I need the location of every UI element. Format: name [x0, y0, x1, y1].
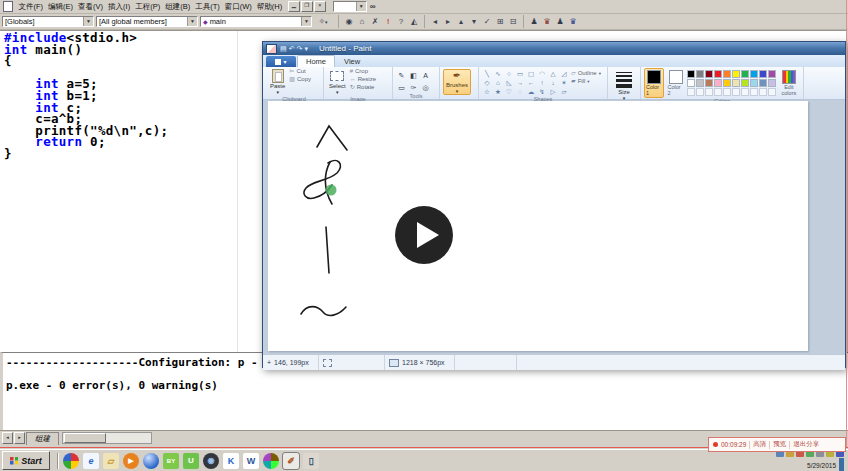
palette-color-r1-6[interactable]: [741, 70, 749, 78]
shape-hexagon[interactable]: ◺: [504, 79, 514, 87]
palette-color-r2-1[interactable]: [696, 79, 704, 87]
start-button[interactable]: Start: [2, 451, 50, 470]
mdi-minimize-icon[interactable]: ▁: [288, 1, 300, 12]
shape-up-arrow[interactable]: ↑: [537, 79, 547, 87]
shape-four-point-star[interactable]: ✶: [559, 79, 569, 87]
eraser-icon[interactable]: ▭: [396, 82, 407, 93]
shape-polygon[interactable]: ◠: [537, 70, 547, 78]
shape-oval[interactable]: ○: [504, 70, 514, 78]
shape-right-arrow[interactable]: →: [515, 79, 525, 87]
globe-icon[interactable]: [143, 453, 159, 469]
function-combo[interactable]: ◆ main▼: [200, 16, 312, 27]
size-button[interactable]: Size ▾: [611, 68, 637, 102]
shape-heart[interactable]: ♡: [504, 88, 514, 96]
brushes-button[interactable]: ✒ Brushes ▾: [443, 69, 471, 95]
shape-rectangle[interactable]: ▭: [515, 70, 525, 78]
video-u-icon[interactable]: U: [183, 453, 199, 469]
paint-taskbar-icon[interactable]: ✐: [283, 453, 299, 469]
palette-color-r2-6[interactable]: [741, 79, 749, 87]
text-icon[interactable]: A: [420, 70, 431, 81]
palette-empty-slot[interactable]: [759, 88, 767, 96]
palette-color-r2-3[interactable]: [714, 79, 722, 87]
nav-down-icon[interactable]: ▾: [468, 16, 480, 28]
shape-triangle[interactable]: △: [548, 70, 558, 78]
video-by-icon[interactable]: BY: [163, 453, 179, 469]
palette-color-r1-3[interactable]: [714, 70, 722, 78]
shape-rounded-rectangle[interactable]: ▢: [526, 70, 536, 78]
palette-empty-slot[interactable]: [696, 88, 704, 96]
media-play-icon[interactable]: ▶: [123, 453, 139, 469]
collapse-icon[interactable]: ⊟: [507, 16, 519, 28]
paint-menu-button[interactable]: ▾: [266, 56, 296, 67]
chevron-down-icon[interactable]: ▼: [83, 17, 93, 26]
menu-item-7[interactable]: 窗口(W): [222, 2, 254, 12]
execute-icon[interactable]: !: [382, 16, 394, 28]
pencil-icon[interactable]: ✎: [396, 70, 407, 81]
menu-item-5[interactable]: 组建(B): [163, 2, 193, 12]
fill-icon[interactable]: ◧: [408, 70, 419, 81]
nav-fwd-icon[interactable]: ▸: [442, 16, 454, 28]
shape-six-point-star[interactable]: ★: [493, 88, 503, 96]
palette-color-r2-9[interactable]: [768, 79, 776, 87]
mdi-restore-icon[interactable]: ❐: [301, 1, 313, 12]
nav-back-icon[interactable]: ◂: [429, 16, 441, 28]
shape-five-point-star[interactable]: ☆: [482, 88, 492, 96]
hd-button[interactable]: 高清: [753, 440, 766, 449]
crop-button[interactable]: #Crop: [350, 68, 376, 75]
folder-icon[interactable]: ▱: [103, 453, 119, 469]
ie-icon[interactable]: e: [83, 453, 99, 469]
wizard-icon[interactable]: ♛: [541, 16, 553, 28]
palette-empty-slot[interactable]: [687, 88, 695, 96]
compile-icon[interactable]: ◉: [343, 16, 355, 28]
paint-canvas[interactable]: [268, 101, 808, 351]
tab-scroll-right-icon[interactable]: ▸: [14, 432, 25, 444]
globals-combo[interactable]: [Globals]▼: [2, 16, 94, 27]
members-combo[interactable]: [All global members]▼: [96, 16, 198, 27]
palette-empty-slot[interactable]: [732, 88, 740, 96]
shape-curve[interactable]: ∿: [493, 70, 503, 78]
expand-icon[interactable]: ⊞: [494, 16, 506, 28]
build-icon[interactable]: ⌂: [356, 16, 368, 28]
swirl-icon[interactable]: [263, 453, 279, 469]
palette-color-r2-0[interactable]: [687, 79, 695, 87]
rotate-button[interactable]: ↻Rotate: [350, 84, 376, 91]
menu-item-6[interactable]: 工具(T): [193, 2, 223, 12]
select-button[interactable]: Select ▾: [327, 68, 348, 96]
fill-button[interactable]: ▰Fill▾: [571, 78, 601, 85]
camera-icon[interactable]: ◉: [203, 453, 219, 469]
shape-down-arrow[interactable]: ↓: [548, 79, 558, 87]
copy-button[interactable]: ▥Copy: [289, 76, 311, 83]
pinwheel-icon[interactable]: [63, 453, 79, 469]
tab-home[interactable]: Home: [297, 55, 335, 67]
color-picker-icon[interactable]: ✑: [408, 82, 419, 93]
find-in-files-icon[interactable]: ∞: [370, 2, 376, 11]
palette-empty-slot[interactable]: [741, 88, 749, 96]
palette-empty-slot[interactable]: [750, 88, 758, 96]
info-icon[interactable]: ♛: [567, 16, 579, 28]
palette-color-r1-2[interactable]: [705, 70, 713, 78]
menu-item-2[interactable]: 查看(V): [76, 2, 106, 12]
shape-pentagon[interactable]: ⌂: [493, 79, 503, 87]
palette-color-r1-4[interactable]: [723, 70, 731, 78]
shape-cloud-callout[interactable]: ☁: [526, 88, 536, 96]
color2-button[interactable]: Color 2: [666, 68, 684, 98]
paint-title-bar[interactable]: ▤↶↷▾ Untitled - Paint: [263, 42, 845, 55]
qa-dropdown-icon[interactable]: ▾: [303, 44, 309, 53]
stop-build-icon[interactable]: ✗: [369, 16, 381, 28]
output-hscrollbar[interactable]: [62, 432, 152, 444]
breakpoint-icon[interactable]: ◭: [408, 16, 420, 28]
palette-color-r2-8[interactable]: [759, 79, 767, 87]
video-play-button[interactable]: [395, 206, 453, 264]
nav-up-icon[interactable]: ▴: [455, 16, 467, 28]
palette-color-r1-7[interactable]: [750, 70, 758, 78]
shape-parallelogram[interactable]: ▱: [559, 88, 569, 96]
palette-color-r2-4[interactable]: [723, 79, 731, 87]
check-icon[interactable]: ✓: [481, 16, 493, 28]
monitor-icon[interactable]: ▯: [303, 453, 319, 469]
go-icon[interactable]: ?: [395, 16, 407, 28]
shape-line[interactable]: ╲: [482, 70, 492, 78]
preview-button[interactable]: 预览: [773, 440, 786, 449]
paste-button[interactable]: Paste ▾: [268, 68, 287, 96]
k-app-icon[interactable]: K: [223, 453, 239, 469]
palette-color-r1-8[interactable]: [759, 70, 767, 78]
